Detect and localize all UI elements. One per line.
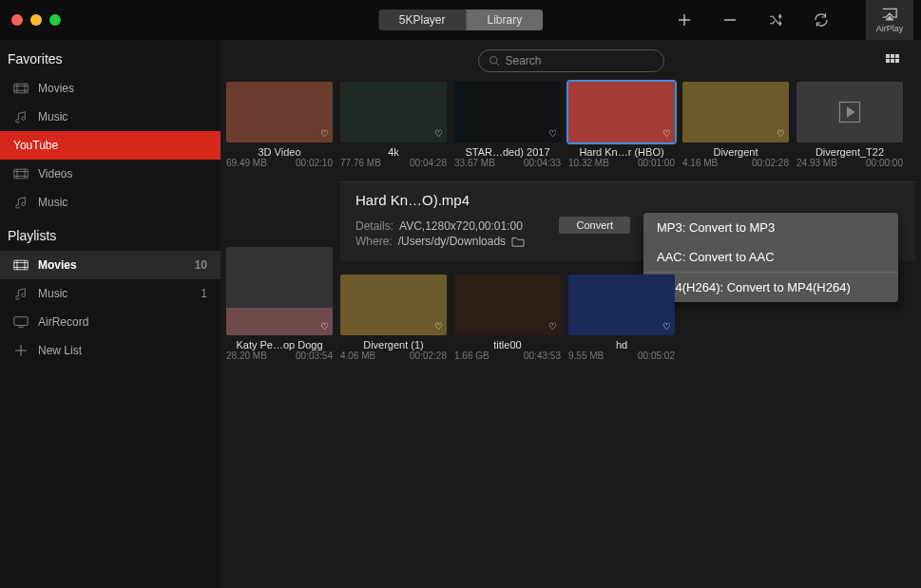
sidebar-item-pl-airrecord[interactable]: AirRecord <box>0 308 221 336</box>
sidebar-item-yt-videos[interactable]: Videos <box>0 160 221 188</box>
video-card[interactable]: ♡Divergent4.16 MB00:02:28 <box>682 82 789 168</box>
maximize-window-button[interactable] <box>49 14 61 26</box>
minimize-window-button[interactable] <box>30 14 42 26</box>
sidebar-item-label: New List <box>38 344 82 357</box>
sidebar-item-music[interactable]: Music <box>0 103 221 131</box>
video-meta: 69.49 MB00:02:10 <box>226 158 333 168</box>
tab-library[interactable]: Library <box>467 9 544 30</box>
window-controls <box>0 14 61 26</box>
sidebar-item-pl-newlist[interactable]: New List <box>0 336 221 365</box>
video-title: title00 <box>493 339 521 351</box>
sidebar-item-label: AirRecord <box>38 315 88 329</box>
tab-5kplayer[interactable]: 5KPlayer <box>378 9 467 30</box>
favorite-icon[interactable]: ♡ <box>548 321 557 332</box>
search-input[interactable]: Search <box>478 49 664 72</box>
video-size: 4.06 MB <box>340 351 375 361</box>
airplay-icon <box>880 7 899 22</box>
favorite-icon[interactable]: ♡ <box>548 128 557 139</box>
close-window-button[interactable] <box>11 14 23 26</box>
video-meta: 9.55 MB00:05:02 <box>568 351 675 361</box>
sidebar-head-playlists: Playlists <box>0 217 221 251</box>
add-icon[interactable] <box>676 11 693 28</box>
video-size: 24.93 MB <box>796 158 837 168</box>
video-meta: 4.16 MB00:02:28 <box>682 158 789 168</box>
sidebar-item-pl-movies[interactable]: Movies 10 <box>0 251 221 279</box>
video-thumbnail[interactable]: ♡ <box>454 275 561 335</box>
video-thumbnail[interactable]: ♡ <box>454 82 561 142</box>
svg-point-4 <box>489 57 497 65</box>
video-duration: 00:43:53 <box>524 351 561 361</box>
favorite-icon[interactable]: ♡ <box>434 321 443 332</box>
svg-rect-0 <box>14 84 28 93</box>
sidebar-item-youtube[interactable]: YouTube <box>0 131 221 160</box>
sidebar-item-movies[interactable]: Movies <box>0 74 221 103</box>
video-duration: 00:02:28 <box>752 158 789 168</box>
airplay-label: AirPlay <box>876 24 904 33</box>
video-size: 10.32 MB <box>568 158 609 168</box>
video-title: STAR…ded) 2017 <box>465 146 549 158</box>
favorite-icon[interactable]: ♡ <box>662 321 671 332</box>
video-meta: 10.32 MB00:01:00 <box>568 158 675 168</box>
video-thumbnail[interactable]: ♡ <box>226 82 333 142</box>
refresh-icon[interactable] <box>813 11 830 28</box>
video-thumbnail[interactable]: ♡ <box>340 275 447 335</box>
video-thumbnail[interactable]: ♡ <box>568 82 675 142</box>
video-duration: 00:02:28 <box>410 351 447 361</box>
video-card[interactable]: ♡4k77.76 MB00:04:28 <box>340 82 447 168</box>
video-duration: 00:03:54 <box>296 351 333 361</box>
sidebar-head-favorites: Favorites <box>0 40 221 74</box>
video-card[interactable]: ♡Divergent (1)4.06 MB00:02:28 <box>340 275 447 361</box>
favorite-icon[interactable]: ♡ <box>777 128 785 139</box>
plus-icon <box>13 344 29 357</box>
video-title: Divergent (1) <box>363 339 424 351</box>
video-card[interactable]: ♡hd9.55 MB00:05:02 <box>568 275 675 361</box>
video-thumbnail[interactable]: ♡ <box>682 82 789 142</box>
video-thumbnail[interactable]: ♡ <box>568 275 675 335</box>
video-title: Divergent <box>713 146 758 158</box>
sidebar-item-label: Movies <box>38 82 74 95</box>
video-card[interactable]: ♡Hard Kn…r (HBO)10.32 MB00:01:00 <box>568 82 675 168</box>
airplay-button[interactable]: AirPlay <box>866 0 913 40</box>
sidebar-item-label: Music <box>38 287 67 300</box>
sidebar-item-count: 10 <box>195 258 207 272</box>
video-title: Divergent_T22 <box>815 146 884 158</box>
video-title: hd <box>616 339 627 351</box>
menu-item-mp4[interactable]: MP4(H264): Convert to MP4(H264) <box>643 273 898 302</box>
video-card[interactable]: ♡title001.66 GB00:43:53 <box>454 275 561 361</box>
convert-dropdown-menu: MP3: Convert to MP3 AAC: Convert to AAC … <box>643 213 898 302</box>
grid-view-icon[interactable] <box>885 53 900 68</box>
favorite-icon[interactable]: ♡ <box>320 128 329 139</box>
menu-item-mp3[interactable]: MP3: Convert to MP3 <box>643 213 898 242</box>
music-icon <box>13 287 29 300</box>
svg-rect-1 <box>14 169 28 179</box>
sidebar-item-label: YouTube <box>13 139 58 152</box>
video-thumbnail[interactable]: ♡ <box>340 82 447 142</box>
video-thumbnail[interactable] <box>796 82 903 142</box>
detail-title: Hard Kn…O).mp4 <box>355 192 900 208</box>
folder-icon[interactable] <box>511 236 525 247</box>
remove-icon[interactable] <box>721 11 739 28</box>
sidebar-item-yt-music[interactable]: Music <box>0 188 221 217</box>
sidebar-item-count: 1 <box>201 287 207 300</box>
sidebar-item-label: Music <box>38 110 67 123</box>
title-bar: 5KPlayer Library AirPlay <box>0 0 921 40</box>
detail-side-thumbnail[interactable] <box>226 247 333 308</box>
video-card[interactable]: Divergent_T2224.93 MB00:00:00 <box>796 82 903 168</box>
film-icon <box>13 258 29 272</box>
shuffle-icon[interactable] <box>767 11 784 28</box>
search-placeholder: Search <box>506 54 542 67</box>
favorite-icon[interactable]: ♡ <box>320 321 329 332</box>
svg-rect-2 <box>14 260 28 270</box>
video-card[interactable]: ♡STAR…ded) 201733.67 MB00:04:33 <box>454 82 561 168</box>
video-size: 33.67 MB <box>454 158 495 168</box>
svg-rect-8 <box>886 59 890 63</box>
favorite-icon[interactable]: ♡ <box>434 128 443 139</box>
video-size: 4.16 MB <box>682 158 718 168</box>
favorite-icon[interactable]: ♡ <box>662 128 671 139</box>
sidebar-item-pl-music[interactable]: Music 1 <box>0 279 221 308</box>
video-title: 3D Video <box>258 146 300 158</box>
convert-button[interactable]: Convert <box>559 217 630 234</box>
detail-panel: Hard Kn…O).mp4 Details: AVC,1280x720,00:… <box>340 181 915 261</box>
video-card[interactable]: ♡3D Video69.49 MB00:02:10 <box>226 82 333 168</box>
menu-item-aac[interactable]: AAC: Convert to AAC <box>643 242 898 272</box>
